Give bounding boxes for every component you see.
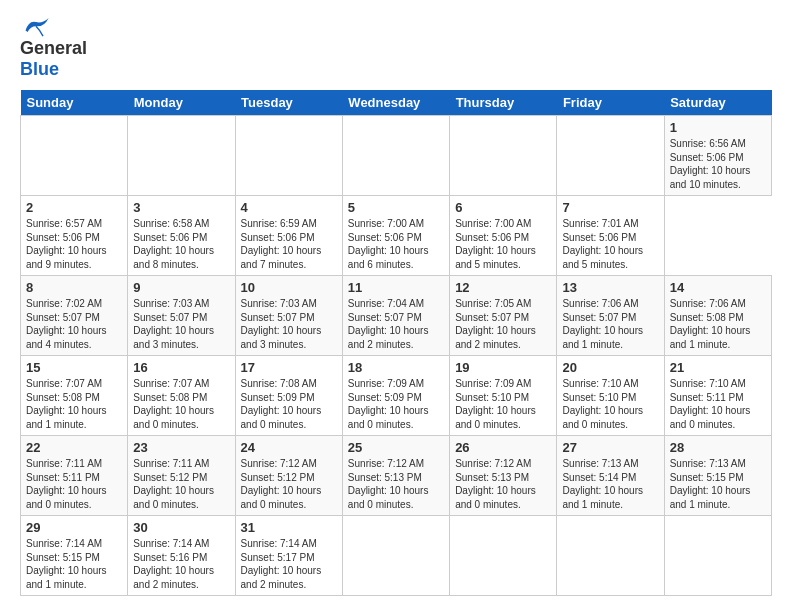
calendar-cell: 14Sunrise: 7:06 AMSunset: 5:08 PMDayligh… xyxy=(664,276,771,356)
day-number: 25 xyxy=(348,440,444,455)
day-info: Sunrise: 7:12 AMSunset: 5:13 PMDaylight:… xyxy=(348,457,444,511)
day-info: Sunrise: 7:11 AMSunset: 5:12 PMDaylight:… xyxy=(133,457,229,511)
day-number: 15 xyxy=(26,360,122,375)
calendar-week-5: 29Sunrise: 7:14 AMSunset: 5:15 PMDayligh… xyxy=(21,516,772,596)
calendar-cell: 15Sunrise: 7:07 AMSunset: 5:08 PMDayligh… xyxy=(21,356,128,436)
weekday-header-friday: Friday xyxy=(557,90,664,116)
day-number: 3 xyxy=(133,200,229,215)
calendar-table: SundayMondayTuesdayWednesdayThursdayFrid… xyxy=(20,90,772,596)
day-number: 11 xyxy=(348,280,444,295)
day-info: Sunrise: 6:56 AMSunset: 5:06 PMDaylight:… xyxy=(670,137,766,191)
day-number: 30 xyxy=(133,520,229,535)
day-info: Sunrise: 7:03 AMSunset: 5:07 PMDaylight:… xyxy=(241,297,337,351)
calendar-cell xyxy=(342,116,449,196)
day-number: 20 xyxy=(562,360,658,375)
day-info: Sunrise: 6:57 AMSunset: 5:06 PMDaylight:… xyxy=(26,217,122,271)
weekday-header-saturday: Saturday xyxy=(664,90,771,116)
calendar-cell: 2Sunrise: 6:57 AMSunset: 5:06 PMDaylight… xyxy=(21,196,128,276)
day-info: Sunrise: 7:12 AMSunset: 5:12 PMDaylight:… xyxy=(241,457,337,511)
day-number: 13 xyxy=(562,280,658,295)
calendar-cell: 11Sunrise: 7:04 AMSunset: 5:07 PMDayligh… xyxy=(342,276,449,356)
weekday-header-wednesday: Wednesday xyxy=(342,90,449,116)
calendar-cell xyxy=(128,116,235,196)
day-info: Sunrise: 7:04 AMSunset: 5:07 PMDaylight:… xyxy=(348,297,444,351)
day-info: Sunrise: 7:00 AMSunset: 5:06 PMDaylight:… xyxy=(455,217,551,271)
calendar-cell xyxy=(557,516,664,596)
day-number: 17 xyxy=(241,360,337,375)
day-info: Sunrise: 6:58 AMSunset: 5:06 PMDaylight:… xyxy=(133,217,229,271)
day-info: Sunrise: 7:07 AMSunset: 5:08 PMDaylight:… xyxy=(133,377,229,431)
day-number: 24 xyxy=(241,440,337,455)
logo: General Blue xyxy=(20,16,87,80)
calendar-week-4: 22Sunrise: 7:11 AMSunset: 5:11 PMDayligh… xyxy=(21,436,772,516)
day-number: 2 xyxy=(26,200,122,215)
calendar-cell xyxy=(557,116,664,196)
calendar-week-0: 1Sunrise: 6:56 AMSunset: 5:06 PMDaylight… xyxy=(21,116,772,196)
day-number: 1 xyxy=(670,120,766,135)
calendar-cell: 22Sunrise: 7:11 AMSunset: 5:11 PMDayligh… xyxy=(21,436,128,516)
calendar-cell: 23Sunrise: 7:11 AMSunset: 5:12 PMDayligh… xyxy=(128,436,235,516)
calendar-cell: 18Sunrise: 7:09 AMSunset: 5:09 PMDayligh… xyxy=(342,356,449,436)
day-info: Sunrise: 7:01 AMSunset: 5:06 PMDaylight:… xyxy=(562,217,658,271)
calendar-cell xyxy=(21,116,128,196)
calendar-cell: 7Sunrise: 7:01 AMSunset: 5:06 PMDaylight… xyxy=(557,196,664,276)
header: General Blue xyxy=(20,16,772,80)
calendar-cell: 3Sunrise: 6:58 AMSunset: 5:06 PMDaylight… xyxy=(128,196,235,276)
day-number: 7 xyxy=(562,200,658,215)
day-number: 12 xyxy=(455,280,551,295)
day-number: 8 xyxy=(26,280,122,295)
calendar-week-2: 8Sunrise: 7:02 AMSunset: 5:07 PMDaylight… xyxy=(21,276,772,356)
calendar-cell: 17Sunrise: 7:08 AMSunset: 5:09 PMDayligh… xyxy=(235,356,342,436)
day-info: Sunrise: 7:14 AMSunset: 5:15 PMDaylight:… xyxy=(26,537,122,591)
day-info: Sunrise: 7:13 AMSunset: 5:15 PMDaylight:… xyxy=(670,457,766,511)
calendar-cell: 30Sunrise: 7:14 AMSunset: 5:16 PMDayligh… xyxy=(128,516,235,596)
day-number: 28 xyxy=(670,440,766,455)
day-info: Sunrise: 7:07 AMSunset: 5:08 PMDaylight:… xyxy=(26,377,122,431)
calendar-cell: 19Sunrise: 7:09 AMSunset: 5:10 PMDayligh… xyxy=(450,356,557,436)
calendar-cell: 8Sunrise: 7:02 AMSunset: 5:07 PMDaylight… xyxy=(21,276,128,356)
day-number: 26 xyxy=(455,440,551,455)
day-info: Sunrise: 7:06 AMSunset: 5:08 PMDaylight:… xyxy=(670,297,766,351)
calendar-cell: 20Sunrise: 7:10 AMSunset: 5:10 PMDayligh… xyxy=(557,356,664,436)
calendar-cell: 4Sunrise: 6:59 AMSunset: 5:06 PMDaylight… xyxy=(235,196,342,276)
day-info: Sunrise: 7:12 AMSunset: 5:13 PMDaylight:… xyxy=(455,457,551,511)
weekday-header-row: SundayMondayTuesdayWednesdayThursdayFrid… xyxy=(21,90,772,116)
day-info: Sunrise: 7:11 AMSunset: 5:11 PMDaylight:… xyxy=(26,457,122,511)
weekday-header-monday: Monday xyxy=(128,90,235,116)
day-info: Sunrise: 7:02 AMSunset: 5:07 PMDaylight:… xyxy=(26,297,122,351)
day-info: Sunrise: 7:10 AMSunset: 5:10 PMDaylight:… xyxy=(562,377,658,431)
day-number: 29 xyxy=(26,520,122,535)
day-info: Sunrise: 6:59 AMSunset: 5:06 PMDaylight:… xyxy=(241,217,337,271)
logo-text: General Blue xyxy=(20,38,87,80)
day-number: 9 xyxy=(133,280,229,295)
day-info: Sunrise: 7:09 AMSunset: 5:09 PMDaylight:… xyxy=(348,377,444,431)
calendar-cell: 27Sunrise: 7:13 AMSunset: 5:14 PMDayligh… xyxy=(557,436,664,516)
calendar-cell: 5Sunrise: 7:00 AMSunset: 5:06 PMDaylight… xyxy=(342,196,449,276)
weekday-header-thursday: Thursday xyxy=(450,90,557,116)
calendar-cell: 24Sunrise: 7:12 AMSunset: 5:12 PMDayligh… xyxy=(235,436,342,516)
calendar-cell: 6Sunrise: 7:00 AMSunset: 5:06 PMDaylight… xyxy=(450,196,557,276)
calendar-cell xyxy=(235,116,342,196)
calendar-cell: 10Sunrise: 7:03 AMSunset: 5:07 PMDayligh… xyxy=(235,276,342,356)
day-number: 16 xyxy=(133,360,229,375)
day-number: 5 xyxy=(348,200,444,215)
calendar-cell xyxy=(342,516,449,596)
day-number: 21 xyxy=(670,360,766,375)
day-number: 10 xyxy=(241,280,337,295)
calendar-cell: 21Sunrise: 7:10 AMSunset: 5:11 PMDayligh… xyxy=(664,356,771,436)
calendar-cell: 1Sunrise: 6:56 AMSunset: 5:06 PMDaylight… xyxy=(664,116,771,196)
day-info: Sunrise: 7:03 AMSunset: 5:07 PMDaylight:… xyxy=(133,297,229,351)
calendar-cell: 26Sunrise: 7:12 AMSunset: 5:13 PMDayligh… xyxy=(450,436,557,516)
day-number: 31 xyxy=(241,520,337,535)
day-info: Sunrise: 7:06 AMSunset: 5:07 PMDaylight:… xyxy=(562,297,658,351)
day-info: Sunrise: 7:14 AMSunset: 5:17 PMDaylight:… xyxy=(241,537,337,591)
calendar-cell: 16Sunrise: 7:07 AMSunset: 5:08 PMDayligh… xyxy=(128,356,235,436)
day-number: 23 xyxy=(133,440,229,455)
day-info: Sunrise: 7:14 AMSunset: 5:16 PMDaylight:… xyxy=(133,537,229,591)
day-info: Sunrise: 7:08 AMSunset: 5:09 PMDaylight:… xyxy=(241,377,337,431)
day-number: 27 xyxy=(562,440,658,455)
day-number: 4 xyxy=(241,200,337,215)
calendar-cell: 12Sunrise: 7:05 AMSunset: 5:07 PMDayligh… xyxy=(450,276,557,356)
calendar-cell xyxy=(450,516,557,596)
calendar-cell xyxy=(450,116,557,196)
